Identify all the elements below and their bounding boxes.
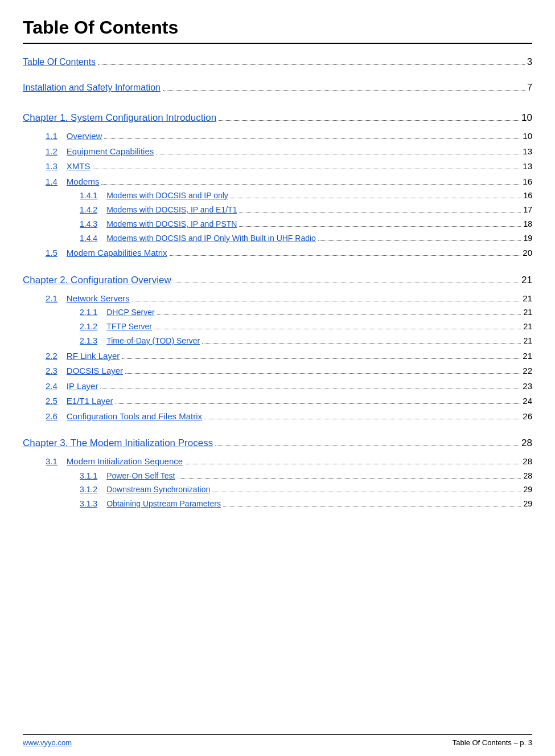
toc-entry-s1-5: 1.5Modem Capabilities Matrix20 xyxy=(23,246,532,260)
toc-num-s1-1[interactable]: 1.1 xyxy=(46,129,57,144)
toc-link-toc-link[interactable]: Table Of Contents xyxy=(23,54,96,70)
toc-sub-s1-4[interactable]: Modems xyxy=(67,174,100,189)
page-title: Table Of Contents xyxy=(23,17,532,44)
toc-entry-s2-1-3: 2.1.3Time-of-Day (TOD) Server21 xyxy=(23,334,532,348)
toc-entry-s2-2: 2.2RF Link Layer21 xyxy=(23,349,532,363)
toc-sub-s1-4-1[interactable]: Modems with DOCSIS and IP only xyxy=(106,189,228,203)
toc-entry-chapter1-link: Chapter 1. System Configuration Introduc… xyxy=(23,110,532,126)
toc-entry-s2-3: 2.3DOCSIS Layer22 xyxy=(23,363,532,378)
toc-num-s3-1-3[interactable]: 3.1.3 xyxy=(80,497,97,511)
toc-link-installation-link[interactable]: Installation and Safety Information xyxy=(23,80,161,95)
toc-num-s1-4-4[interactable]: 1.4.4 xyxy=(80,232,97,246)
toc-sub-s2-1[interactable]: Network Servers xyxy=(67,291,130,306)
toc-sub-s2-4[interactable]: IP Layer xyxy=(67,379,98,394)
toc-num-s2-6[interactable]: 2.6 xyxy=(46,409,57,424)
toc-sub-s2-6[interactable]: Configuration Tools and Files Matrix xyxy=(67,409,202,424)
toc-num-s2-5[interactable]: 2.5 xyxy=(46,394,57,408)
toc-entry-chapter2-link: Chapter 2. Configuration Overview21 xyxy=(23,272,532,289)
page-footer: www.vyyo.com Table Of Contents – p. 3 xyxy=(23,734,532,747)
toc-sub-s3-1-3[interactable]: Obtaining Upstream Parameters xyxy=(106,497,221,511)
toc-sub-s2-3[interactable]: DOCSIS Layer xyxy=(67,363,123,378)
toc-entry-installation-link: Installation and Safety Information7 xyxy=(23,80,532,95)
toc-entry-s2-4: 2.4IP Layer23 xyxy=(23,379,532,394)
toc-num-s2-1-3[interactable]: 2.1.3 xyxy=(80,334,97,348)
toc-num-s1-4[interactable]: 1.4 xyxy=(46,174,57,189)
toc-container: Table Of Contents3Installation and Safet… xyxy=(23,54,532,511)
toc-num-s1-4-1[interactable]: 1.4.1 xyxy=(80,189,97,203)
toc-entry-s1-4-3: 1.4.3Modems with DOCSIS, IP and PSTN18 xyxy=(23,218,532,231)
toc-num-s2-4[interactable]: 2.4 xyxy=(46,379,57,394)
toc-entry-s1-2: 1.2Equipment Capabilities13 xyxy=(23,144,532,159)
toc-link-chapter3-link[interactable]: Chapter 3. The Modem Initialization Proc… xyxy=(23,435,213,452)
toc-num-s1-4-2[interactable]: 1.4.2 xyxy=(80,203,97,217)
toc-entry-s3-1-3: 3.1.3Obtaining Upstream Parameters29 xyxy=(23,497,532,511)
toc-num-s3-1-1[interactable]: 3.1.1 xyxy=(80,469,97,483)
toc-entry-s1-4-4: 1.4.4Modems with DOCSIS and IP Only With… xyxy=(23,232,532,246)
toc-link-chapter2-link[interactable]: Chapter 2. Configuration Overview xyxy=(23,272,171,289)
toc-sub-s2-1-3[interactable]: Time-of-Day (TOD) Server xyxy=(106,334,200,348)
toc-sub-s1-3[interactable]: XMTS xyxy=(67,159,91,174)
toc-num-s1-2[interactable]: 1.2 xyxy=(46,144,57,159)
toc-num-s3-1[interactable]: 3.1 xyxy=(46,454,57,469)
toc-num-s2-1-2[interactable]: 2.1.2 xyxy=(80,320,97,334)
toc-sub-s3-1[interactable]: Modem Initialization Sequence xyxy=(67,454,183,469)
toc-entry-s3-1-2: 3.1.2Downstream Synchronization29 xyxy=(23,483,532,497)
toc-entry-s1-1: 1.1Overview10 xyxy=(23,129,532,144)
toc-sub-s1-5[interactable]: Modem Capabilities Matrix xyxy=(67,246,167,260)
toc-sub-s2-5[interactable]: E1/T1 Layer xyxy=(67,394,113,408)
toc-sub-s2-2[interactable]: RF Link Layer xyxy=(67,349,120,363)
toc-entry-s1-4-2: 1.4.2Modems with DOCSIS, IP and E1/T117 xyxy=(23,203,532,217)
toc-num-s3-1-2[interactable]: 3.1.2 xyxy=(80,483,97,497)
toc-sub-s2-1-1[interactable]: DHCP Server xyxy=(106,306,155,320)
toc-entry-s2-5: 2.5E1/T1 Layer24 xyxy=(23,394,532,408)
toc-entry-s1-3: 1.3XMTS13 xyxy=(23,159,532,174)
toc-entry-s3-1: 3.1Modem Initialization Sequence28 xyxy=(23,454,532,469)
toc-entry-s1-4: 1.4Modems16 xyxy=(23,174,532,189)
toc-sub-s1-4-2[interactable]: Modems with DOCSIS, IP and E1/T1 xyxy=(106,203,237,217)
toc-sub-s1-4-4[interactable]: Modems with DOCSIS and IP Only With Buil… xyxy=(106,232,316,246)
toc-num-s1-3[interactable]: 1.3 xyxy=(46,159,57,174)
toc-sub-s1-4-3[interactable]: Modems with DOCSIS, IP and PSTN xyxy=(106,218,237,231)
toc-entry-s3-1-1: 3.1.1Power-On Self Test28 xyxy=(23,469,532,483)
toc-num-s2-3[interactable]: 2.3 xyxy=(46,363,57,378)
footer-website-link[interactable]: www.vyyo.com xyxy=(23,738,72,747)
toc-num-s1-5[interactable]: 1.5 xyxy=(46,246,57,260)
toc-entry-s2-1-1: 2.1.1DHCP Server21 xyxy=(23,306,532,320)
toc-link-chapter1-link[interactable]: Chapter 1. System Configuration Introduc… xyxy=(23,110,216,126)
toc-entry-s1-4-1: 1.4.1Modems with DOCSIS and IP only16 xyxy=(23,189,532,203)
toc-sub-s1-1[interactable]: Overview xyxy=(67,129,102,144)
toc-num-s1-4-3[interactable]: 1.4.3 xyxy=(80,218,97,231)
toc-num-s2-1[interactable]: 2.1 xyxy=(46,291,57,306)
toc-entry-toc-link: Table Of Contents3 xyxy=(23,54,532,70)
toc-sub-s2-1-2[interactable]: TFTP Server xyxy=(106,320,152,334)
toc-sub-s3-1-1[interactable]: Power-On Self Test xyxy=(106,469,175,483)
toc-entry-s2-6: 2.6Configuration Tools and Files Matrix2… xyxy=(23,409,532,424)
toc-entry-s2-1: 2.1Network Servers21 xyxy=(23,291,532,306)
toc-entry-s2-1-2: 2.1.2TFTP Server21 xyxy=(23,320,532,334)
footer-page-label: Table Of Contents – p. 3 xyxy=(453,738,532,747)
toc-num-s2-1-1[interactable]: 2.1.1 xyxy=(80,306,97,320)
toc-sub-s1-2[interactable]: Equipment Capabilities xyxy=(67,144,154,159)
toc-num-s2-2[interactable]: 2.2 xyxy=(46,349,57,363)
toc-entry-chapter3-link: Chapter 3. The Modem Initialization Proc… xyxy=(23,435,532,452)
toc-sub-s3-1-2[interactable]: Downstream Synchronization xyxy=(106,483,210,497)
